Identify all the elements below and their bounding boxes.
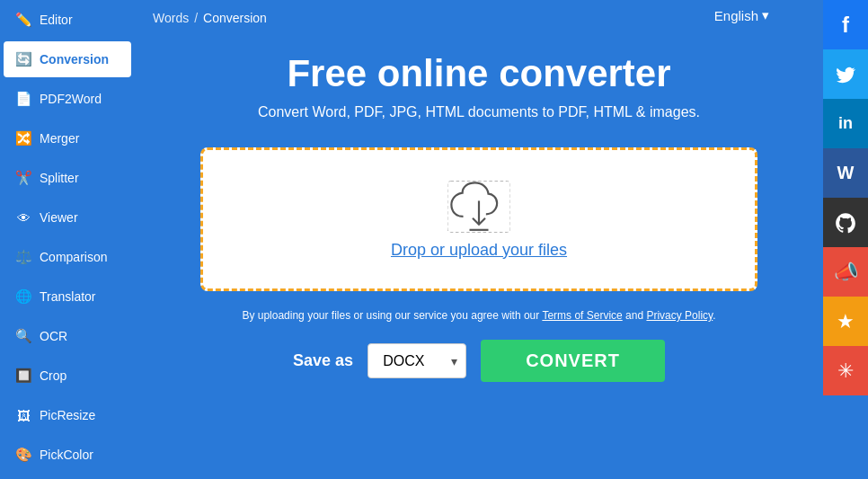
translator-icon: 🌐 <box>14 288 32 306</box>
breadcrumb: Words / Conversion <box>153 0 805 34</box>
breadcrumb-separator: / <box>194 11 198 25</box>
facebook-icon[interactable]: f <box>823 0 868 49</box>
sidebar-item-label: OCR <box>40 329 67 343</box>
main-area: English ▾ Words / Conversion Free online… <box>135 0 823 479</box>
pickcolor-icon: 🎨 <box>14 446 32 464</box>
sidebar-item-comparison[interactable]: ⚖️ Comparison <box>4 239 131 275</box>
twitter-icon[interactable] <box>823 49 868 99</box>
save-as-label: Save as <box>293 351 353 370</box>
sidebar-item-conversion[interactable]: 🔄 Conversion <box>4 41 131 77</box>
conversion-icon: 🔄 <box>14 50 32 68</box>
sidebar-item-label: Conversion <box>40 52 109 67</box>
privacy-policy-link[interactable]: Privacy Policy <box>646 309 713 322</box>
picresize-icon: 🖼 <box>14 406 32 424</box>
sidebar-item-picresize[interactable]: 🖼 PicResize <box>4 397 131 433</box>
cloud-upload-icon <box>447 180 510 234</box>
convert-button[interactable]: CONVERT <box>481 340 665 382</box>
editor-icon: ✏️ <box>14 11 32 29</box>
ocr-icon: 🔍 <box>14 327 32 345</box>
word-doc-icon[interactable]: W <box>823 148 868 198</box>
sidebar-item-editor[interactable]: ✏️ Editor <box>4 2 131 38</box>
terms-prefix: By uploading your files or using our ser… <box>242 309 542 322</box>
breadcrumb-conversion: Conversion <box>203 11 267 25</box>
comparison-icon: ⚖️ <box>14 248 32 266</box>
splitter-icon: ✂️ <box>14 169 32 187</box>
star-icon[interactable]: ★ <box>823 297 868 346</box>
social-bar: f in W 📣 ★ ✳ <box>823 0 868 479</box>
sidebar-item-pdf2word[interactable]: 📄 PDF2Word <box>4 81 131 117</box>
viewer-icon: 👁 <box>14 208 32 226</box>
terms-of-service-link[interactable]: Terms of Service <box>542 309 622 322</box>
terms-text: By uploading your files or using our ser… <box>242 309 715 322</box>
sidebar-item-label: Editor <box>40 13 73 27</box>
page-title: Free online converter <box>287 52 670 95</box>
upload-area[interactable]: Drop or upload your files <box>200 147 757 291</box>
github-icon[interactable] <box>823 198 868 247</box>
pdf2word-icon: 📄 <box>14 90 32 108</box>
sidebar-item-label: PicResize <box>40 408 95 422</box>
format-select-wrapper[interactable]: DOCX PDF HTML TXT JPG PNG ▾ <box>368 343 466 378</box>
sidebar-item-viewer[interactable]: 👁 Viewer <box>4 200 131 235</box>
sidebar-item-label: Splitter <box>40 171 79 185</box>
sidebar-item-label: PDF2Word <box>40 92 102 106</box>
upload-text: Drop or upload your files <box>391 241 567 260</box>
language-label: English <box>714 8 758 23</box>
sidebar-item-ocr[interactable]: 🔍 OCR <box>4 318 131 354</box>
terms-period: . <box>713 309 715 322</box>
sidebar: ✏️ Editor 🔄 Conversion 📄 PDF2Word 🔀 Merg… <box>0 0 135 479</box>
format-select[interactable]: DOCX PDF HTML TXT JPG PNG <box>368 343 466 378</box>
sidebar-item-label: Merger <box>40 131 79 146</box>
sidebar-item-label: PickColor <box>40 448 93 462</box>
terms-and: and <box>623 309 647 322</box>
language-chevron-icon: ▾ <box>762 7 769 23</box>
sidebar-item-pickcolor[interactable]: 🎨 PickColor <box>4 437 131 473</box>
language-selector[interactable]: English ▾ <box>714 7 769 23</box>
content-area: Free online converter Convert Word, PDF,… <box>153 34 805 479</box>
asterisk-icon[interactable]: ✳ <box>823 346 868 395</box>
action-row: Save as DOCX PDF HTML TXT JPG PNG ▾ CONV… <box>293 340 665 382</box>
merger-icon: 🔀 <box>14 129 32 147</box>
page-subtitle: Convert Word, PDF, JPG, HTML documents t… <box>258 104 700 120</box>
megaphone-icon[interactable]: 📣 <box>823 247 868 297</box>
sidebar-item-label: Comparison <box>40 250 107 264</box>
sidebar-item-label: Crop <box>40 368 66 383</box>
linkedin-icon[interactable]: in <box>823 99 868 148</box>
sidebar-item-label: Viewer <box>40 210 78 225</box>
sidebar-item-splitter[interactable]: ✂️ Splitter <box>4 160 131 196</box>
sidebar-item-merger[interactable]: 🔀 Merger <box>4 120 131 156</box>
sidebar-item-crop[interactable]: 🔲 Crop <box>4 358 131 394</box>
crop-icon: 🔲 <box>14 367 32 385</box>
sidebar-item-label: Translator <box>40 289 96 304</box>
sidebar-item-translator[interactable]: 🌐 Translator <box>4 279 131 315</box>
breadcrumb-words[interactable]: Words <box>153 11 189 25</box>
